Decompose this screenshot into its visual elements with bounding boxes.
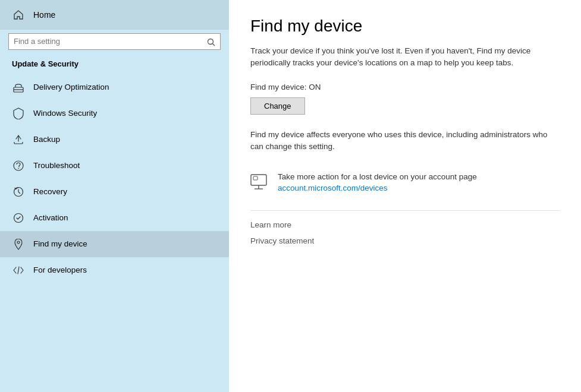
sidebar: Home Update & Security Delivery Optimiza… — [0, 0, 229, 392]
sidebar-item-windows-security[interactable]: Windows Security — [0, 100, 229, 127]
svg-point-5 — [18, 167, 19, 169]
search-input[interactable] — [14, 37, 203, 46]
sidebar-label: Recovery — [33, 187, 67, 196]
sidebar-item-recovery[interactable]: Recovery — [0, 179, 229, 205]
sidebar-section-title: Update & Security — [0, 56, 229, 74]
shield-icon — [12, 107, 25, 120]
find-device-icon — [12, 238, 25, 251]
privacy-statement-link[interactable]: Privacy statement — [250, 236, 560, 245]
sidebar-label: For developers — [33, 265, 87, 274]
svg-line-1 — [213, 43, 215, 46]
sidebar-label: Troubleshoot — [33, 161, 80, 170]
affect-text: Find my device affects everyone who uses… — [250, 129, 548, 153]
svg-point-7 — [14, 213, 23, 222]
status-line: Find my device: ON — [250, 83, 560, 91]
recovery-icon — [12, 185, 25, 198]
search-box[interactable] — [8, 33, 221, 50]
monitor-icon — [250, 172, 269, 191]
home-icon — [12, 8, 25, 21]
activation-icon — [12, 211, 25, 225]
action-text-block: Take more action for a lost device on yo… — [278, 170, 477, 192]
page-title: Find my device — [250, 17, 560, 36]
divider — [250, 210, 560, 211]
delivery-icon — [12, 81, 25, 94]
sidebar-label: Activation — [33, 213, 68, 222]
developers-icon — [12, 264, 25, 277]
sidebar-item-troubleshoot[interactable]: Troubleshoot — [0, 153, 229, 179]
sidebar-label: Find my device — [33, 239, 87, 248]
sidebar-item-delivery-optimization[interactable]: Delivery Optimization — [0, 74, 229, 100]
sidebar-label: Delivery Optimization — [33, 83, 109, 91]
search-icon — [207, 37, 215, 46]
action-row: Take more action for a lost device on yo… — [250, 170, 560, 192]
backup-icon — [12, 133, 25, 146]
sidebar-item-find-my-device[interactable]: Find my device — [0, 231, 229, 257]
troubleshoot-icon — [12, 159, 25, 172]
sidebar-home-label: Home — [33, 10, 55, 20]
account-link[interactable]: account.microsoft.com/devices — [278, 184, 477, 192]
sidebar-label: Backup — [33, 135, 60, 144]
svg-line-9 — [18, 267, 19, 274]
svg-point-4 — [14, 161, 23, 170]
sidebar-item-home[interactable]: Home — [0, 0, 229, 30]
learn-more-link[interactable]: Learn more — [250, 220, 560, 229]
change-button[interactable]: Change — [250, 97, 305, 115]
svg-point-8 — [17, 241, 20, 244]
sidebar-item-activation[interactable]: Activation — [0, 205, 229, 231]
sidebar-item-for-developers[interactable]: For developers — [0, 257, 229, 283]
description-text: Track your device if you think you've lo… — [250, 45, 560, 69]
svg-rect-13 — [253, 176, 257, 180]
svg-point-0 — [208, 39, 213, 44]
main-content: Find my device Track your device if you … — [229, 0, 581, 392]
sidebar-label: Windows Security — [33, 109, 97, 118]
sidebar-item-backup[interactable]: Backup — [0, 127, 229, 153]
action-heading: Take more action for a lost device on yo… — [278, 170, 477, 184]
